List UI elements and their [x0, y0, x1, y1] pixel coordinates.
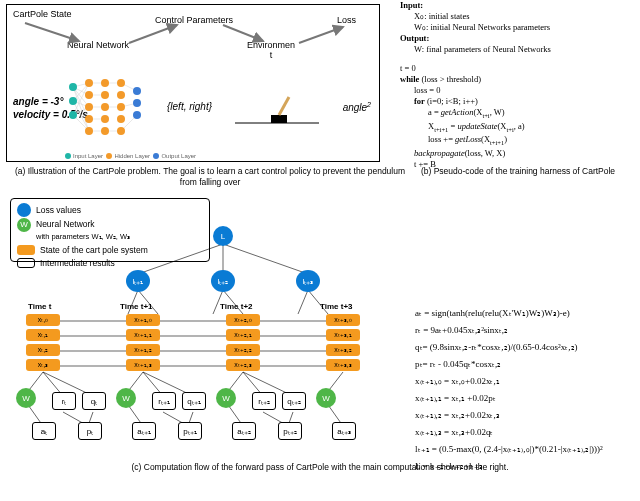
svg-point-35	[101, 91, 109, 99]
math-equations: aₜ = sign(tanh(relu(relu(Xₜ'W₁)W₂)W₃)-e)…	[415, 306, 635, 476]
svg-line-49	[279, 97, 289, 115]
arrow-env-to-loss	[297, 23, 351, 49]
inter-p-t1: pₜ₊₁	[178, 422, 202, 440]
eq-1: rₜ = 9aₜ+0.045xₜ,₃²sinxₜ,₂	[415, 323, 635, 338]
tlabel-2: Time t+2	[220, 302, 253, 311]
inter-r-t1: rₜ₊₁	[152, 392, 176, 410]
pb-w0: W₀: initial Neural Networks parameters	[400, 22, 636, 33]
svg-point-39	[117, 79, 125, 87]
svg-point-38	[101, 127, 109, 135]
cartpole-icon	[235, 95, 319, 129]
x-t3-0: xₜ₊₃,₀	[326, 314, 360, 326]
svg-line-50	[138, 244, 223, 274]
input-header: Input:	[400, 0, 423, 10]
w-node-2: W	[216, 388, 236, 408]
nn-legend: Input Layer Hidden Layer Output Layer	[65, 153, 196, 159]
arrow-nn-to-control	[127, 21, 187, 49]
figure-root: CartPole State Neural Network Control Pa…	[0, 0, 640, 501]
svg-point-45	[133, 99, 141, 107]
w-node-1: W	[116, 388, 136, 408]
loss-expr-base: angle	[343, 102, 367, 113]
pb-bp: backpropagate(loss, W, X)	[400, 148, 636, 159]
legend-loss: Loss values	[36, 204, 81, 216]
inter-a-t2: aₜ₊₂	[232, 422, 256, 440]
inter-q-t2: qₜ₊₂	[282, 392, 306, 410]
node-l3: lₜ₊₃	[296, 270, 320, 292]
pb-x0: X₀: initial states	[400, 11, 636, 22]
loss-expression: angle2	[343, 101, 371, 113]
svg-line-57	[298, 290, 308, 314]
nn-legend-output: Output Layer	[161, 153, 196, 159]
caption-a: (a) Illustration of the CartPole problem…	[10, 166, 410, 188]
svg-point-46	[133, 111, 141, 119]
node-L: L	[213, 226, 233, 246]
pb-loss0: loss = 0	[400, 85, 636, 96]
caption-c: (c) Computation flow of the forward pass…	[0, 462, 640, 472]
x-t2-0: xₜ₊₂,₀	[226, 314, 260, 326]
x-t1-3: xₜ₊₁,₃	[126, 359, 160, 371]
pb-for: for (i=0; i<B; i++)	[400, 96, 636, 107]
neural-network-icon	[65, 77, 143, 137]
node-l2: lₜ₊₂	[211, 270, 235, 292]
x-t3-1: xₜ₊₃,₁	[326, 329, 360, 341]
panel-b-pseudocode: Input: X₀: initial states W₀: initial Ne…	[400, 0, 636, 170]
svg-point-40	[117, 91, 125, 99]
pb-lossadd: loss += getLoss(Xt+i+1)	[400, 134, 636, 148]
svg-line-1	[129, 25, 177, 43]
x-t-2: xₜ,₂	[26, 344, 60, 356]
env-line2: t	[270, 50, 273, 60]
node-l1: lₜ₊₁	[126, 270, 150, 292]
tlabel-3: Time t+3	[320, 302, 353, 311]
svg-point-26	[69, 83, 77, 91]
svg-line-52	[223, 244, 308, 274]
tlabel-0: Time t	[28, 302, 51, 311]
x-t-3: xₜ,₃	[26, 359, 60, 371]
x-t2-1: xₜ₊₂,₁	[226, 329, 260, 341]
x-t-1: xₜ,₁	[26, 329, 60, 341]
x-t1-1: xₜ₊₁,₁	[126, 329, 160, 341]
caption-b: (b) Pseudo-code of the training harness …	[406, 166, 630, 177]
inter-r-t2: rₜ₊₂	[252, 392, 276, 410]
eq-2: qₜ= (9.8sinxₜ,₂-rₜ*cosxₜ,₂)/(0.65-0.4cos…	[415, 340, 635, 355]
output-header: Output:	[400, 33, 429, 43]
x-t-0: xₜ,₀	[26, 314, 60, 326]
nn-legend-input: Input Layer	[73, 153, 103, 159]
inter-p-t: pₜ	[78, 422, 102, 440]
label-cartpole-state: CartPole State	[13, 9, 72, 19]
panel-a: CartPole State Neural Network Control Pa…	[6, 4, 380, 162]
svg-point-28	[69, 111, 77, 119]
computation-graph: L lₜ₊₁ lₜ₊₂ lₜ₊₃ Time t Time t+1 Time t+…	[8, 226, 398, 462]
svg-point-37	[101, 115, 109, 123]
x-t1-2: xₜ₊₁,₂	[126, 344, 160, 356]
x-t2-2: xₜ₊₂,₂	[226, 344, 260, 356]
svg-point-41	[117, 103, 125, 111]
inter-p-t2: pₜ₊₂	[278, 422, 302, 440]
x-t2-3: xₜ₊₂,₃	[226, 359, 260, 371]
w-node-3: W	[316, 388, 336, 408]
nn-legend-hidden: Hidden Layer	[114, 153, 150, 159]
svg-line-2	[223, 25, 263, 41]
pb-t0: t = 0	[400, 63, 636, 74]
svg-line-3	[299, 27, 343, 43]
svg-point-29	[85, 79, 93, 87]
eq-3: pₜ= rₜ - 0.045qₜ*cosxₜ,₂	[415, 357, 635, 372]
w-node-0: W	[16, 388, 36, 408]
eq-7: x₍ₜ₊₁₎,₃ = xₜ,₃+0.02qₜ	[415, 425, 635, 440]
svg-point-31	[85, 103, 93, 111]
x-t3-2: xₜ₊₃,₂	[326, 344, 360, 356]
x-t1-0: xₜ₊₁,₀	[126, 314, 160, 326]
arrow-control-to-env	[221, 23, 271, 49]
svg-point-32	[85, 115, 93, 123]
eq-0: aₜ = sign(tanh(relu(relu(Xₜ'W₁)W₂)W₃)-e)	[415, 306, 635, 321]
inter-a-t3: aₜ₊₃	[332, 422, 356, 440]
inter-a-t1: aₜ₊₁	[132, 422, 156, 440]
svg-point-30	[85, 91, 93, 99]
svg-rect-48	[271, 115, 287, 123]
eq-8: lₜ₊₁ = (0.5-max(0, (2.4-|x₍ₜ₊₁₎,₀|)*(0.2…	[415, 442, 635, 457]
svg-line-0	[25, 23, 79, 41]
svg-point-36	[101, 103, 109, 111]
svg-point-42	[117, 115, 125, 123]
legend-loss-dot	[17, 203, 31, 217]
action-set: {left, right}	[167, 101, 212, 112]
pb-xupd: Xt+i+1 = updateState(Xt+i, a)	[400, 121, 636, 135]
